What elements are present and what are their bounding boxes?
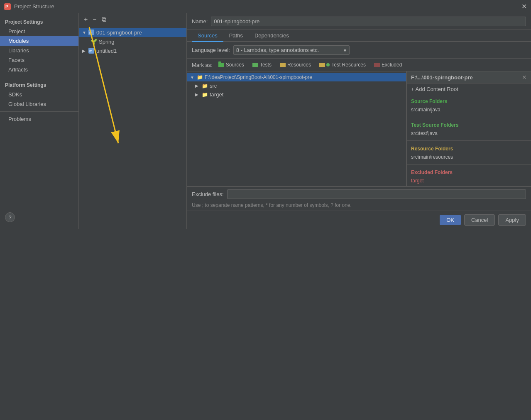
resource-folder-edit-btn[interactable]: ✏	[514, 154, 519, 160]
tree-item-untitled1-label: untitled1	[96, 48, 117, 54]
tests-folder-icon	[252, 63, 258, 67]
rsp-divider-3	[407, 164, 531, 165]
name-input[interactable]	[211, 17, 526, 26]
ftree-src-icon: 📁	[202, 83, 208, 89]
exclude-files-hint: Use ; to separate name patterns, * for a…	[187, 201, 531, 211]
test-source-folder-path: src\test\java	[411, 130, 514, 136]
mark-resources-badge[interactable]: Resources	[277, 61, 313, 69]
window-title: Project Structure	[14, 3, 521, 10]
language-level-wrapper: 8 - Lambdas, type annotations etc.	[233, 45, 350, 55]
rsp-divider-1	[407, 117, 531, 117]
tree-item-spring[interactable]: 🌱 Spring	[79, 37, 186, 46]
tree-item-root[interactable]: ▼ m 001-spirngboot-pre	[79, 28, 186, 37]
source-folders-section: Source Folders src\main\java ✏ ✕	[407, 95, 531, 115]
ftree-target[interactable]: ▶ 📁 target	[187, 90, 406, 99]
test-source-folder-remove-btn[interactable]: ✕	[521, 130, 527, 136]
rsp-close-icon[interactable]: ✕	[522, 74, 527, 81]
exclude-files-input[interactable]	[227, 189, 526, 199]
sidebar-item-facets[interactable]: Facets	[0, 55, 78, 65]
file-tree-area: ▼ 📁 F:\ideaProject\SpringBoot-All\001-sp…	[187, 71, 406, 186]
remove-module-button[interactable]: −	[91, 15, 98, 24]
bottom-row: OK Cancel Apply	[187, 211, 531, 229]
tab-dependencies[interactable]: Dependencies	[249, 30, 295, 42]
tree-item-untitled1[interactable]: ▶ m untitled1	[79, 46, 186, 55]
mark-resources-label: Resources	[287, 62, 311, 68]
sidebar-item-modules[interactable]: Modules	[0, 36, 78, 46]
ok-button[interactable]: OK	[440, 215, 461, 225]
mark-sources-badge[interactable]: Sources	[216, 61, 247, 69]
resources-folder-icon	[280, 63, 286, 67]
tab-paths[interactable]: Paths	[223, 30, 249, 42]
sidebar-item-project[interactable]: Project	[0, 27, 78, 36]
exclude-files-label: Exclude files:	[192, 191, 224, 197]
tree-arrow-root: ▼	[82, 30, 86, 35]
name-row: Name:	[187, 13, 531, 30]
sidebar-item-artifacts[interactable]: Artifacts	[0, 65, 78, 74]
sidebar-item-sdks[interactable]: SDKs	[0, 90, 78, 99]
ftree-root-arrow: ▼	[190, 75, 195, 80]
main-split: ▼ 📁 F:\ideaProject\SpringBoot-All\001-sp…	[187, 71, 531, 186]
mark-test-resources-badge[interactable]: Test Resources	[317, 61, 368, 69]
sidebar: Project Settings Project Modules Librari…	[0, 13, 79, 229]
source-folder-edit-btn[interactable]: ✏	[514, 107, 519, 113]
sidebar-item-problems[interactable]: Problems	[0, 114, 78, 124]
rsp-divider-2	[407, 140, 531, 141]
excluded-folder-item: target ✕	[411, 177, 527, 184]
ftree-src[interactable]: ▶ 📁 src	[187, 81, 406, 90]
module-icon: m	[88, 29, 95, 36]
tree-item-spring-label: Spring	[99, 39, 115, 45]
help-button[interactable]: ?	[5, 212, 15, 222]
sidebar-item-global-libraries[interactable]: Global Libraries	[0, 99, 78, 109]
add-content-root-button[interactable]: + Add Content Root	[407, 84, 531, 95]
mark-excluded-badge[interactable]: Excluded	[372, 61, 404, 69]
module-tree: ▼ m 001-spirngboot-pre 🌱 Spring	[79, 26, 186, 229]
ftree-src-arrow: ▶	[195, 84, 200, 88]
excluded-folders-section: Excluded Folders target ✕	[407, 166, 531, 186]
mark-as-row: Mark as: Sources Tests Resources	[187, 59, 531, 71]
language-level-row: Language level: 8 - Lambdas, type annota…	[187, 42, 531, 59]
right-side-panel: F:\...\001-spirngboot-pre ✕ + Add Conten…	[406, 71, 531, 186]
module-tree-toolbar: + − ⧉	[79, 13, 186, 26]
apply-button[interactable]: Apply	[498, 214, 526, 226]
copy-module-button[interactable]: ⧉	[100, 15, 108, 24]
mark-tests-badge[interactable]: Tests	[250, 61, 274, 69]
spring-icon: 🌱	[91, 38, 97, 45]
excluded-folder-remove-btn[interactable]: ✕	[521, 178, 527, 184]
sidebar-divider-2	[0, 111, 78, 112]
ftree-root[interactable]: ▼ 📁 F:\ideaProject\SpringBoot-All\001-sp…	[187, 73, 406, 81]
ftree-root-icon: 📁	[197, 74, 203, 80]
title-bar: P Project Structure ✕	[0, 0, 531, 13]
cancel-button[interactable]: Cancel	[464, 214, 495, 226]
right-panel: Name: Sources Paths Dependencies Languag…	[187, 13, 531, 229]
close-icon[interactable]: ✕	[521, 2, 527, 10]
source-folder-path: src\main\java	[411, 107, 514, 113]
ftree-target-icon: 📁	[202, 92, 208, 98]
test-resources-badge-icon	[326, 63, 330, 66]
ftree-src-label: src	[210, 83, 217, 89]
mark-test-resources-label: Test Resources	[331, 62, 366, 68]
source-folder-remove-btn[interactable]: ✕	[521, 107, 527, 113]
mark-as-label: Mark as:	[192, 62, 213, 68]
resource-folder-remove-btn[interactable]: ✕	[521, 154, 527, 160]
test-source-folder-item: src\test\java ✏ ✕	[411, 130, 527, 137]
language-level-select[interactable]: 8 - Lambdas, type annotations etc.	[233, 45, 350, 55]
add-module-button[interactable]: +	[82, 15, 89, 24]
resource-folders-section: Resource Folders src\main\resources ✏ ✕	[407, 142, 531, 162]
svg-text:m: m	[89, 49, 93, 53]
tree-item-root-label: 001-spirngboot-pre	[96, 29, 142, 36]
test-source-folder-edit-btn[interactable]: ✏	[514, 130, 519, 136]
ftree-target-label: target	[210, 91, 223, 98]
language-level-label: Language level:	[192, 47, 230, 53]
tab-sources[interactable]: Sources	[192, 30, 223, 42]
content-area: Language level: 8 - Lambdas, type annota…	[187, 42, 531, 211]
project-settings-label: Project Settings	[0, 17, 78, 27]
name-label: Name:	[192, 18, 208, 25]
sidebar-divider-1	[0, 77, 78, 77]
rsp-title: F:\...\001-spirngboot-pre	[411, 74, 473, 81]
source-folders-title: Source Folders	[411, 98, 527, 104]
app-icon: P	[4, 3, 11, 10]
exclude-files-section: Exclude files: Use ; to separate name pa…	[187, 186, 531, 211]
exclude-row: Exclude files:	[187, 187, 531, 201]
test-resources-folder-icon	[319, 63, 325, 67]
sidebar-item-libraries[interactable]: Libraries	[0, 46, 78, 55]
